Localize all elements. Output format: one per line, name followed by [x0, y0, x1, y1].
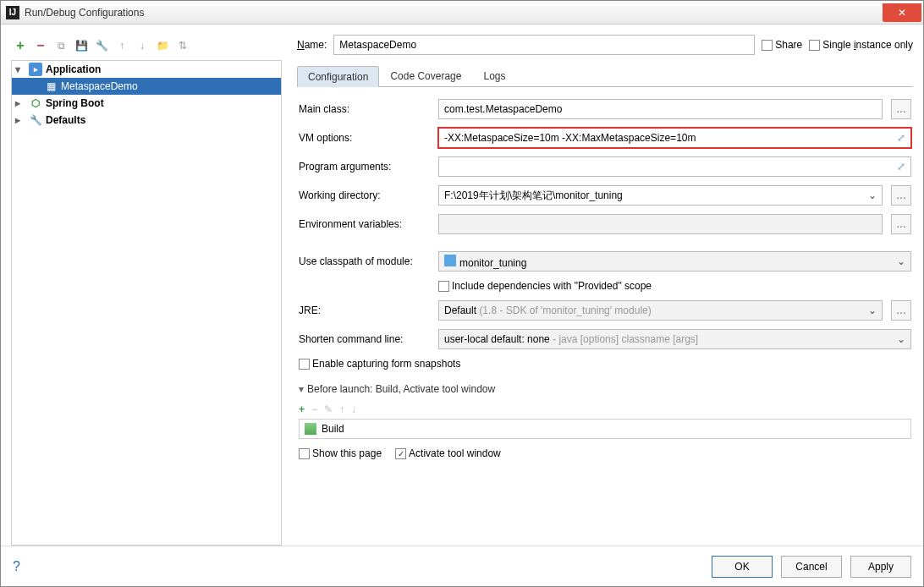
jre-row: JRE: Default (1.8 - SDK of 'monitor_tuni… [299, 300, 911, 321]
defaults-icon: 🔧 [29, 113, 42, 127]
chevron-down-icon[interactable]: ⌄ [868, 189, 877, 201]
vm-options-value: -XX:MetaspaceSize=10m -XX:MaxMetaspaceSi… [444, 132, 696, 144]
tabs: Configuration Code Coverage Logs [297, 65, 913, 87]
classpath-field[interactable]: monitor_tuning ⌄ [438, 251, 911, 272]
vm-options-row: VM options: -XX:MetaspaceSize=10m -XX:Ma… [299, 128, 911, 148]
tree-metaspacedemo[interactable]: ▦ MetaspaceDemo [12, 78, 281, 95]
expand-icon[interactable]: ▸ [15, 114, 25, 126]
folder-icon[interactable]: 📁 [155, 38, 170, 53]
dialog-body: + − ⧉ 💾 🔧 ↑ ↓ 📁 ⇅ ▾ ▸ Application ▦ Meta… [1, 25, 923, 546]
name-input[interactable] [333, 35, 755, 55]
working-dir-row: Working directory: F:\2019年计划\架构笔记\monit… [299, 185, 911, 206]
add-task-icon[interactable]: + [299, 403, 305, 415]
shorten-label: Shorten command line: [299, 333, 430, 345]
application-icon: ▸ [29, 63, 42, 76]
tree-application[interactable]: ▾ ▸ Application [12, 61, 281, 78]
up-task-icon[interactable]: ↑ [339, 403, 344, 415]
env-vars-row: Environment variables: … [299, 214, 911, 234]
program-args-field[interactable]: ⤢ [438, 156, 911, 177]
chevron-down-icon[interactable]: ⌄ [868, 304, 877, 316]
build-task[interactable]: Build [299, 419, 911, 439]
working-dir-field[interactable]: F:\2019年计划\架构笔记\monitor_tuning ⌄ [438, 185, 883, 206]
remove-task-icon[interactable]: − [311, 403, 317, 415]
chevron-down-icon[interactable]: ⌄ [897, 255, 905, 267]
save-icon[interactable]: 💾 [74, 38, 89, 53]
include-provided-checkbox[interactable]: Include dependencies with "Provided" sco… [438, 280, 652, 292]
browse-main-class-button[interactable]: … [891, 99, 911, 119]
right-panel: Name: Share Single instance only Configu… [282, 35, 913, 546]
ok-button[interactable]: OK [712, 556, 773, 578]
name-label: Name: [297, 39, 327, 51]
before-launch-opts: Show this page ✓Activate tool window [299, 447, 911, 459]
env-vars-label: Environment variables: [299, 218, 430, 230]
before-launch-header[interactable]: ▾ Before launch: Build, Activate tool wi… [299, 383, 911, 395]
env-vars-field[interactable] [438, 214, 883, 234]
tab-configuration[interactable]: Configuration [297, 66, 379, 87]
main-class-value: com.test.MetaspaceDemo [444, 103, 562, 115]
main-class-row: Main class: com.test.MetaspaceDemo … [299, 99, 911, 119]
tree-label: Application [46, 63, 101, 75]
share-label: Share [775, 39, 802, 51]
down-icon[interactable]: ↓ [135, 38, 150, 53]
working-dir-value: F:\2019年计划\架构笔记\monitor_tuning [444, 189, 623, 203]
add-icon[interactable]: + [13, 38, 28, 53]
shorten-text: user-local default: none - java [options… [444, 333, 698, 345]
config-toolbar: + − ⧉ 💾 🔧 ↑ ↓ 📁 ⇅ [11, 35, 282, 57]
tab-code-coverage[interactable]: Code Coverage [379, 65, 472, 86]
program-args-row: Program arguments: ⤢ [299, 156, 911, 177]
collapse-icon[interactable]: ▾ [299, 383, 304, 395]
down-task-icon[interactable]: ↓ [351, 403, 356, 415]
main-class-field[interactable]: com.test.MetaspaceDemo [438, 99, 883, 119]
sort-icon[interactable]: ⇅ [175, 38, 190, 53]
chevron-down-icon[interactable]: ⌄ [897, 333, 905, 345]
titlebar: IJ Run/Debug Configurations ✕ [1, 1, 923, 25]
expand-icon[interactable]: ▸ [15, 97, 25, 109]
build-icon [305, 423, 316, 435]
jre-label: JRE: [299, 304, 430, 316]
name-row: Name: Share Single instance only [297, 35, 913, 55]
main-class-label: Main class: [299, 103, 430, 115]
browse-jre-button[interactable]: … [891, 300, 911, 321]
snapshots-label: Enable capturing form snapshots [312, 358, 460, 370]
dialog-window: IJ Run/Debug Configurations ✕ + − ⧉ 💾 🔧 … [0, 0, 924, 587]
before-launch-toolbar: + − ✎ ↑ ↓ [299, 400, 911, 419]
tree-springboot[interactable]: ▸ ⬡ Spring Boot [12, 95, 281, 112]
left-panel: + − ⧉ 💾 🔧 ↑ ↓ 📁 ⇅ ▾ ▸ Application ▦ Meta… [11, 35, 282, 546]
show-page-checkbox[interactable]: Show this page [299, 447, 382, 459]
apply-button[interactable]: Apply [850, 556, 911, 578]
tree-defaults[interactable]: ▸ 🔧 Defaults [12, 112, 281, 129]
config-panel: Main class: com.test.MetaspaceDemo … VM … [297, 87, 913, 546]
jre-field[interactable]: Default (1.8 - SDK of 'monitor_tuning' m… [438, 300, 883, 321]
vm-options-field[interactable]: -XX:MetaspaceSize=10m -XX:MaxMetaspaceSi… [438, 128, 911, 148]
config-tree[interactable]: ▾ ▸ Application ▦ MetaspaceDemo ▸ ⬡ Spri… [11, 60, 282, 546]
activate-tool-label: Activate tool window [409, 447, 501, 459]
tab-logs[interactable]: Logs [472, 65, 516, 86]
remove-icon[interactable]: − [33, 38, 48, 53]
single-label: Single instance only [822, 39, 913, 51]
help-icon[interactable]: ? [13, 559, 20, 574]
before-launch-title: Before launch: Build, Activate tool wind… [307, 383, 495, 395]
browse-workdir-button[interactable]: … [891, 185, 911, 206]
run-config-icon: ▦ [44, 80, 58, 93]
module-icon [444, 255, 456, 266]
share-checkbox[interactable]: Share [762, 39, 802, 51]
snapshots-checkbox[interactable]: Enable capturing form snapshots [299, 358, 460, 370]
close-button[interactable]: ✕ [883, 3, 921, 22]
expand-icon[interactable]: ▾ [15, 63, 25, 75]
snapshots-row: Enable capturing form snapshots [299, 358, 911, 370]
up-icon[interactable]: ↑ [114, 38, 129, 53]
browse-env-button[interactable]: … [891, 214, 911, 234]
program-args-label: Program arguments: [299, 161, 430, 173]
tree-label: Spring Boot [46, 97, 104, 109]
activate-tool-checkbox[interactable]: ✓Activate tool window [395, 447, 501, 459]
expand-icon[interactable]: ⤢ [897, 161, 905, 173]
jre-text: Default (1.8 - SDK of 'monitor_tuning' m… [444, 304, 652, 316]
copy-icon[interactable]: ⧉ [53, 38, 69, 53]
cancel-button[interactable]: Cancel [781, 556, 842, 578]
dialog-footer: ? OK Cancel Apply [1, 546, 923, 586]
shorten-field[interactable]: user-local default: none - java [options… [438, 329, 911, 349]
single-instance-checkbox[interactable]: Single instance only [809, 39, 913, 51]
expand-icon[interactable]: ⤢ [897, 132, 905, 144]
edit-task-icon[interactable]: ✎ [324, 403, 333, 415]
wrench-icon[interactable]: 🔧 [94, 38, 109, 53]
